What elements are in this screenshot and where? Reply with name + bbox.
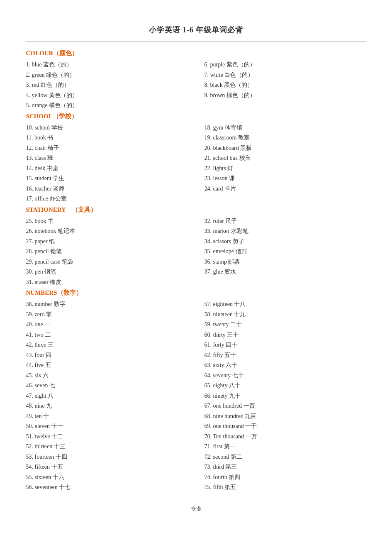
item-zh: 体育馆: [225, 125, 242, 131]
word-columns-numbers: 38. number 数字39. zero 零40. one 一41. two …: [26, 299, 366, 493]
list-item: 46. seven 七: [26, 381, 188, 391]
item-zh: 一: [44, 321, 50, 328]
item-zh: 十五: [51, 464, 63, 470]
list-item: 74. fourth 第四: [205, 472, 366, 483]
item-en: Ten thousand: [213, 433, 244, 440]
item-en: red: [32, 82, 39, 88]
item-zh: 笔记本: [58, 228, 75, 234]
list-item: 30. pen 钢笔: [26, 267, 188, 277]
item-zh: 九百: [245, 413, 256, 419]
item-zh: 邮票: [228, 259, 240, 265]
col-right-colour: 6. purple 紫色（的）7. white 白色（的）8. black 黑色…: [196, 60, 366, 111]
item-en: chair: [35, 145, 46, 151]
list-item: 44. five 五: [26, 360, 188, 371]
list-item: 60. thirty 三十: [205, 330, 366, 340]
item-en: sixty: [213, 362, 224, 368]
item-num: 17.: [26, 196, 34, 202]
list-item: 32. ruler 尺子: [205, 216, 366, 227]
item-num: 6.: [205, 61, 209, 68]
item-en: ruler: [213, 218, 224, 224]
list-item: 10. school 学校: [26, 123, 188, 133]
item-en: five: [35, 362, 44, 368]
list-item: 51. twelve 十二: [26, 432, 188, 442]
item-en: gym: [213, 125, 224, 131]
item-num: 22.: [205, 165, 212, 171]
item-num: 29.: [26, 259, 34, 265]
list-item: 26. notebook 笔记本: [26, 226, 188, 237]
item-en: black: [210, 82, 223, 88]
item-en: eighty: [213, 382, 228, 389]
list-item: 56. seventeen 十七: [26, 482, 188, 493]
item-en: school: [35, 125, 50, 131]
list-item: 43. four 四: [26, 350, 188, 361]
list-item: 15. student 学生: [26, 174, 188, 184]
item-num: 41.: [26, 332, 34, 338]
list-item: 5. orange 橘色（的）: [26, 100, 188, 111]
list-item: 27. paper 纸: [26, 237, 188, 247]
list-item: 57. eighteen 十八: [205, 299, 366, 310]
item-en: glue: [213, 269, 223, 275]
list-item: 2. green 绿色（的）: [26, 70, 188, 81]
item-en: eraser: [35, 279, 49, 285]
item-num: 15.: [26, 175, 34, 181]
item-num: 70.: [205, 433, 212, 440]
col-right-school: 18. gym 体育馆19. classroom 教室20. blackboar…: [196, 123, 366, 204]
item-zh: 第三: [225, 464, 237, 470]
item-num: 68.: [205, 413, 212, 419]
col-right-stationery: 32. ruler 尺子33. marker 水彩笔34. scissors 剪…: [196, 216, 366, 288]
list-item: 35. envelope 信封: [205, 247, 366, 257]
item-en: classroom: [213, 134, 237, 141]
list-item: 7. white 白色（的）: [205, 70, 366, 81]
item-en: class: [35, 155, 46, 161]
list-item: 4. yellow 黄色（的）: [26, 90, 188, 101]
item-en: eighteen: [213, 301, 233, 307]
list-item: 33. marker 水彩笔: [205, 226, 366, 237]
item-en: stamp: [213, 259, 227, 265]
item-num: 51.: [26, 433, 34, 440]
item-en: envelope: [213, 248, 234, 254]
item-en: blue: [32, 61, 42, 68]
item-num: 42.: [26, 342, 34, 348]
item-en: book: [35, 218, 46, 224]
col-left-stationery: 25. book 书26. notebook 笔记本27. paper 纸28.…: [26, 216, 196, 288]
item-zh: 班: [47, 155, 53, 161]
list-item: 45. six 六: [26, 371, 188, 381]
item-num: 34.: [205, 238, 212, 244]
item-en: paper: [35, 238, 48, 244]
item-num: 33.: [205, 228, 212, 234]
item-num: 19.: [205, 134, 212, 141]
item-en: thirteen: [35, 443, 53, 450]
item-zh: 零: [46, 311, 52, 318]
item-zh: 课: [229, 175, 235, 181]
item-zh: 卡片: [224, 186, 236, 192]
item-zh: 水彩笔: [231, 228, 248, 234]
item-en: second: [213, 454, 229, 460]
item-zh: 黑板: [240, 145, 252, 151]
list-item: 59. twenty 二十: [205, 320, 366, 330]
item-zh: 橘色（的）: [49, 102, 78, 108]
item-zh: 九十: [229, 393, 241, 399]
item-num: 45.: [26, 372, 34, 379]
item-zh: 橡皮: [50, 279, 61, 285]
list-item: 75. fifth 第五: [205, 482, 366, 493]
list-item: 29. pencil case 笔袋: [26, 257, 188, 267]
item-num: 14.: [26, 165, 34, 171]
list-item: 13. class 班: [26, 153, 188, 164]
list-item: 66. ninety 九十: [205, 391, 366, 401]
item-zh: 尺子: [225, 218, 237, 224]
item-en: eight: [35, 393, 46, 399]
item-num: 24.: [205, 186, 212, 192]
item-zh: 四: [46, 352, 51, 358]
word-columns-school: 10. school 学校11. book 书12. chair 椅子13. c…: [26, 123, 366, 204]
item-zh: 教室: [238, 134, 250, 141]
item-zh: 铅笔: [50, 248, 62, 254]
item-num: 59.: [205, 321, 212, 328]
item-zh: 八十: [229, 382, 241, 389]
item-zh: 红色（的）: [41, 82, 70, 88]
item-en: thirty: [213, 332, 226, 338]
list-item: 36. stamp 邮票: [205, 257, 366, 267]
item-zh: 第四: [229, 474, 240, 480]
item-en: twenty: [213, 321, 229, 328]
item-num: 72.: [205, 454, 212, 460]
item-num: 11.: [26, 134, 33, 141]
